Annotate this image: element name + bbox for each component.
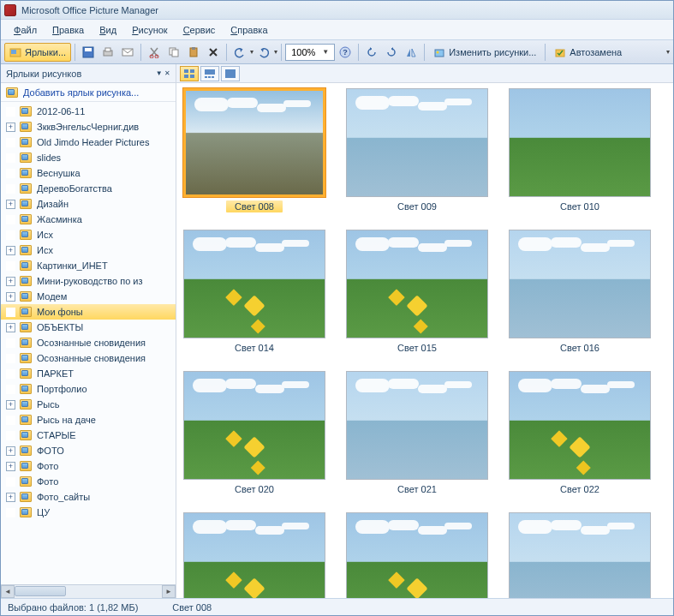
folder-row[interactable]: +ФОТО [1,443,176,458]
rotate-right-button[interactable] [382,43,401,62]
folder-row[interactable]: +Дизайн [1,196,176,212]
help-button[interactable]: ? [336,43,355,62]
folder-row[interactable]: +Модем [1,289,176,304]
folder-label: Исх [37,230,53,240]
folder-row[interactable]: Жасминка [1,212,176,227]
thumbnail[interactable]: Свет 026 [183,512,325,598]
toolbar-overflow[interactable]: ▾ [666,48,670,56]
view-mode-tabs [176,64,673,83]
add-shortcut-link[interactable]: Добавить ярлык рисунка... [1,83,176,102]
thumbnail-image [509,371,651,480]
zoom-combo[interactable]: 100% ▼ [285,44,335,61]
folder-row[interactable]: Веснушка [1,165,176,181]
folder-row[interactable]: +ЗкквЭнгельсЧерниг.див [1,119,176,135]
thumbnail[interactable]: Свет 010 [509,88,651,212]
folder-row[interactable]: Осознанные сновидения [1,350,176,366]
expand-icon[interactable]: + [6,200,15,209]
folder-row[interactable]: slides [1,150,176,165]
workspace: Ярлыки рисунков ▼ ✕ Добавить ярлык рисун… [1,64,673,598]
menu-сервис[interactable]: Сервис [177,23,222,37]
folder-tree[interactable]: 2012-06-11+ЗкквЭнгельсЧерниг.дивOld Jimd… [1,102,176,584]
expand-icon[interactable]: + [6,493,15,502]
folder-row[interactable]: Осознанные сновидения [1,335,176,350]
separator [545,44,546,61]
redo-button[interactable] [254,43,273,62]
folder-row[interactable]: Old Jimdo Header Pictures [1,135,176,150]
expand-icon[interactable]: + [6,292,15,302]
flip-button[interactable] [402,43,421,62]
folder-icon [20,307,32,317]
folder-row[interactable]: Мои фоны [1,304,176,320]
cut-button[interactable] [145,43,164,62]
menu-правка[interactable]: Правка [46,23,90,37]
single-view-tab[interactable] [221,66,240,81]
thumbnail[interactable]: Свет 008 [183,88,325,212]
copy-button[interactable] [164,43,183,62]
undo-dropdown[interactable]: ▾ [250,48,253,56]
folder-row[interactable]: +Исх [1,242,176,258]
print-button[interactable] [98,43,117,62]
menu-вид[interactable]: Вид [93,23,122,37]
expand-icon[interactable]: + [6,246,15,255]
close-panel-icon[interactable]: ▼ ✕ [156,69,170,77]
folder-row[interactable]: +Рысь [1,397,176,412]
folder-row[interactable]: ДеревоБогатства [1,181,176,196]
panel-header[interactable]: Ярлыки рисунков ▼ ✕ [1,64,176,83]
thumbnail[interactable]: Свет 021 [346,371,488,495]
thumbnail[interactable]: Свет 009 [346,88,488,212]
expand-icon[interactable]: + [6,462,15,471]
scroll-track[interactable] [15,585,162,598]
expand-icon[interactable]: + [6,123,15,132]
undo-button[interactable] [230,43,249,62]
thumbnail-view-tab[interactable] [180,66,199,81]
folder-row[interactable]: СТАРЫЕ [1,428,176,443]
delete-button[interactable] [204,43,223,62]
folder-row[interactable]: Исх [1,227,176,242]
folder-row[interactable]: Рысь на даче [1,412,176,428]
menu-файл[interactable]: Файл [8,23,43,37]
autocorrect-button[interactable]: Автозамена [549,43,627,62]
expand-icon[interactable]: + [6,400,15,410]
horizontal-scrollbar[interactable]: ◄ ► [1,584,176,598]
folder-row[interactable]: ПАРКЕТ [1,366,176,381]
thumbnail[interactable]: Свет 014 [183,230,325,354]
rotate-left-button[interactable] [362,43,381,62]
folder-row[interactable]: ЦУ [1,505,176,520]
save-button[interactable] [79,43,98,62]
mail-button[interactable] [118,43,137,62]
folder-row[interactable]: 2012-06-11 [1,104,176,119]
paste-button[interactable] [184,43,203,62]
folder-row[interactable]: Картинки_ИНЕТ [1,258,176,273]
folder-row[interactable]: +Фото [1,458,176,474]
thumbnail[interactable]: Свет 016 [509,230,651,354]
expand-icon[interactable]: + [6,277,15,286]
menu-рисунок[interactable]: Рисунок [126,23,174,37]
scroll-thumb[interactable] [15,586,66,596]
folder-row[interactable]: +Мини-руководство по из [1,273,176,289]
folder-row[interactable]: Фото [1,474,176,489]
folder-row[interactable]: +ОБЪЕКТЫ [1,320,176,335]
expand-placeholder [6,308,15,317]
folder-row[interactable]: +Фото_сайты [1,489,176,505]
expand-icon[interactable]: + [6,446,15,456]
edit-pictures-button[interactable]: Изменить рисунки... [428,43,541,62]
filmstrip-view-tab[interactable] [200,66,219,81]
thumbnail-caption: Свет 014 [235,342,274,354]
thumbnail-grid[interactable]: Свет 008Свет 009Свет 010Свет 014Свет 015… [176,83,673,598]
thumbnail[interactable]: Свет 029 [509,512,651,598]
folder-row[interactable]: Портфолио [1,381,176,397]
folder-icon [20,384,32,394]
scroll-left-button[interactable]: ◄ [1,585,15,598]
redo-dropdown[interactable]: ▾ [274,48,277,56]
thumbnail[interactable]: Свет 027 [346,512,488,598]
thumbnail[interactable]: Свет 015 [346,230,488,354]
thumbnail[interactable]: Свет 022 [509,371,651,495]
menu-справка[interactable]: Справка [224,23,273,37]
expand-icon[interactable]: + [6,323,15,332]
scroll-right-button[interactable]: ► [162,585,176,598]
autocorrect-label: Автозамена [570,47,622,57]
thumbnail-image [183,88,325,197]
folder-label: 2012-06-11 [37,106,85,117]
shortcuts-button[interactable]: Ярлыки... [4,43,71,62]
thumbnail[interactable]: Свет 020 [183,371,325,495]
